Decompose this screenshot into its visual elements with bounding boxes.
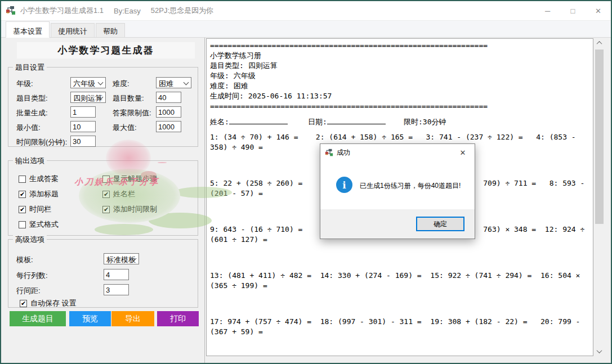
problem-text: 13: (481 + 411) ÷ 482 = 14: 330 + (274 -… — [210, 271, 589, 281]
checkbox-label: 竖式格式 — [29, 219, 59, 230]
group-question-settings-label: 题目设置 — [13, 62, 47, 73]
checkbox-box[interactable]: ✔ — [19, 206, 26, 213]
close-icon[interactable]: ✕ — [586, 1, 611, 20]
checkbox-label: 显示解题步骤 — [113, 174, 157, 184]
checkbox-add-time-limit[interactable]: ✔ 添加时间限制 — [102, 204, 157, 214]
tab-basic-settings[interactable]: 基本设置 — [6, 21, 50, 38]
batch-label: 批量生成: — [16, 108, 48, 118]
worksheet-timestamp: 生成时间: 2025-06-16 11:13:57 — [210, 91, 589, 101]
checkbox-name-field[interactable]: ✔ 姓名栏 — [102, 189, 135, 199]
checkbox-label: 时间栏 — [29, 204, 51, 214]
dialog-app-icon — [325, 149, 333, 157]
preview-button[interactable]: 预览 — [69, 311, 111, 326]
export-button[interactable]: 导出 — [111, 311, 154, 326]
problem-text: (367 + 59) = — [210, 327, 589, 337]
max-label: 最大值: — [113, 123, 137, 133]
worksheet-type: 题目类型: 四则运算 — [210, 61, 589, 71]
window-byline: By:Easy — [114, 7, 141, 15]
info-icon: i — [336, 177, 352, 193]
difficulty-select[interactable]: 困难 — [156, 77, 191, 88]
count-label: 题目数量: — [113, 93, 144, 104]
tab-help[interactable]: 帮助 — [96, 23, 125, 37]
time-limit-input[interactable] — [70, 136, 96, 147]
tab-strip: 基本设置 使用统计 帮助 — [1, 21, 611, 38]
columns-input[interactable] — [104, 269, 129, 280]
checkbox-box[interactable]: ✔ — [20, 300, 27, 307]
dialog-title: 成功 — [337, 148, 350, 158]
checkbox-label: 自动保存 设置 — [30, 298, 77, 308]
divider-line: ========================================… — [210, 101, 589, 111]
generate-button[interactable]: 生成题目 — [10, 311, 66, 326]
checkbox-box[interactable]: ✔ — [102, 206, 110, 213]
name-label: 姓名: — [210, 117, 288, 127]
type-select[interactable]: 四则运算 — [70, 92, 106, 103]
print-button[interactable]: 打印 — [157, 311, 199, 326]
dialog-close-icon[interactable]: ✕ — [451, 144, 475, 161]
ok-button[interactable]: 确定 — [416, 217, 464, 231]
worksheet-difficulty: 难度: 困难 — [210, 81, 589, 91]
checkbox-box[interactable]: ✔ — [19, 191, 26, 198]
answer-limit-label: 答案限制值: — [113, 108, 151, 118]
checkbox-vertical-format[interactable]: 竖式格式 — [19, 219, 59, 230]
checkbox-label: 生成答案 — [29, 174, 59, 184]
template-label: 模板: — [16, 255, 33, 265]
dialog-message: 已生成1份练习册，每份40道题目! — [360, 181, 461, 191]
window-controls: ─ □ ✕ — [535, 1, 611, 20]
app-icon — [6, 6, 16, 16]
columns-label: 每行列数: — [16, 271, 48, 281]
worksheet-title: 小学数学练习册 — [210, 51, 589, 61]
checkbox-label: 添加时间限制 — [113, 204, 157, 214]
window-title: 小学生数学习题生成器1.1 — [20, 6, 104, 16]
date-label: 日期: — [308, 117, 386, 127]
problem-text: 1: (34 ÷ 70) + 146 = 2: (614 + 158) ÷ 16… — [210, 132, 589, 142]
min-input[interactable] — [70, 121, 96, 132]
batch-input[interactable] — [70, 106, 96, 118]
checkbox-box[interactable] — [102, 176, 110, 183]
vertical-scrollbar[interactable] — [595, 38, 604, 356]
row-spacing-input[interactable] — [104, 284, 129, 295]
scroll-down-icon[interactable] — [595, 347, 604, 356]
checkbox-label: 添加标题 — [29, 189, 59, 199]
checkbox-box[interactable] — [19, 221, 26, 228]
scroll-up-icon[interactable] — [595, 38, 604, 48]
settings-panel: 小学数学习题生成器 题目设置 年级: 六年级 难度: 困难 题目类型: 四则运算… — [1, 38, 205, 363]
minimize-icon[interactable]: ─ — [535, 1, 560, 20]
worksheet-grade: 年级: 六年级 — [210, 71, 589, 81]
group-output-options: 输出选项 生成答案 显示解题步骤 ✔ 添加标题 ✔ 姓名栏 ✔ 时间栏 — [8, 160, 198, 236]
checkbox-generate-answers[interactable]: 生成答案 — [19, 174, 59, 184]
template-select[interactable]: 标准模板 — [104, 253, 139, 264]
grade-select[interactable]: 六年级 — [70, 77, 106, 88]
divider-line: ========================================… — [210, 41, 589, 51]
row-spacing-label: 行间距: — [16, 286, 41, 296]
checkbox-add-title[interactable]: ✔ 添加标题 — [19, 189, 59, 199]
app-window: 小学生数学习题生成器1.1 By:Easy 52PJ:思念是因为你 ─ □ ✕ … — [0, 0, 612, 364]
window-tagline: 52PJ:思念是因为你 — [151, 6, 213, 16]
count-input[interactable] — [156, 92, 181, 103]
success-dialog: 成功 ✕ i 已生成1份练习册，每份40道题目! 确定 — [320, 143, 475, 239]
dialog-title-bar: 成功 ✕ — [320, 144, 475, 161]
problem-text: 17: 974 + (757 ÷ 474) = 18: (997 - 301) … — [210, 317, 589, 327]
scrollbar-thumb[interactable] — [595, 50, 604, 224]
title-bar: 小学生数学习题生成器1.1 By:Easy 52PJ:思念是因为你 ─ □ ✕ — [1, 1, 611, 21]
checkbox-time-field[interactable]: ✔ 时间栏 — [19, 204, 51, 214]
problem-row: 17: 974 + (757 ÷ 474) = 18: (997 - 301) … — [210, 317, 589, 337]
dialog-footer: 确定 — [320, 209, 475, 239]
checkbox-box[interactable] — [19, 176, 26, 183]
min-label: 最小值: — [16, 123, 41, 133]
checkbox-show-steps[interactable]: 显示解题步骤 — [102, 174, 157, 184]
answer-limit-input[interactable] — [156, 106, 181, 118]
tab-usage-stats[interactable]: 使用统计 — [51, 23, 95, 37]
group-question-settings: 题目设置 年级: 六年级 难度: 困难 题目类型: 四则运算 题目数量: 批量生… — [8, 67, 198, 147]
checkbox-autosave[interactable]: ✔ 自动保存 设置 — [20, 298, 77, 308]
name-underline — [229, 117, 288, 124]
problem-text: (365 ÷ 199) = — [210, 281, 589, 291]
group-advanced-options-label: 高级选项 — [13, 235, 47, 245]
time-limit-text: 限时:30分钟 — [404, 117, 446, 127]
dialog-body: i 已生成1份练习册，每份40道题目! — [320, 161, 475, 210]
name-date-line: 姓名: 日期: 限时:30分钟 — [210, 117, 589, 127]
type-label: 题目类型: — [16, 93, 48, 104]
maximize-icon[interactable]: □ — [560, 1, 586, 20]
max-input[interactable] — [156, 121, 181, 132]
checkbox-label: 姓名栏 — [113, 189, 135, 199]
checkbox-box[interactable]: ✔ — [102, 191, 110, 198]
